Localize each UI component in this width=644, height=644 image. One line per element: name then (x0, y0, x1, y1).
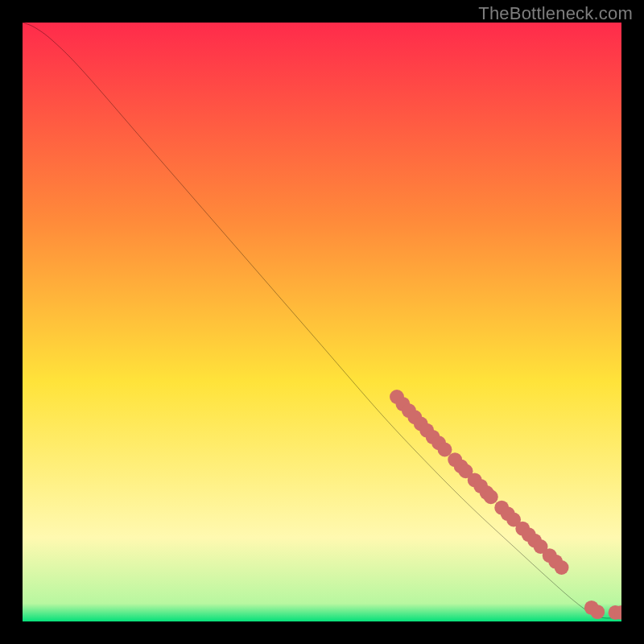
data-point (555, 560, 569, 575)
chart-svg (23, 23, 621, 621)
data-point (438, 443, 452, 457)
plot-area (23, 23, 621, 621)
chart-frame: TheBottleneck.com (0, 0, 644, 644)
data-point (590, 605, 605, 619)
watermark-text: TheBottleneck.com (478, 3, 633, 24)
data-point (484, 489, 498, 504)
